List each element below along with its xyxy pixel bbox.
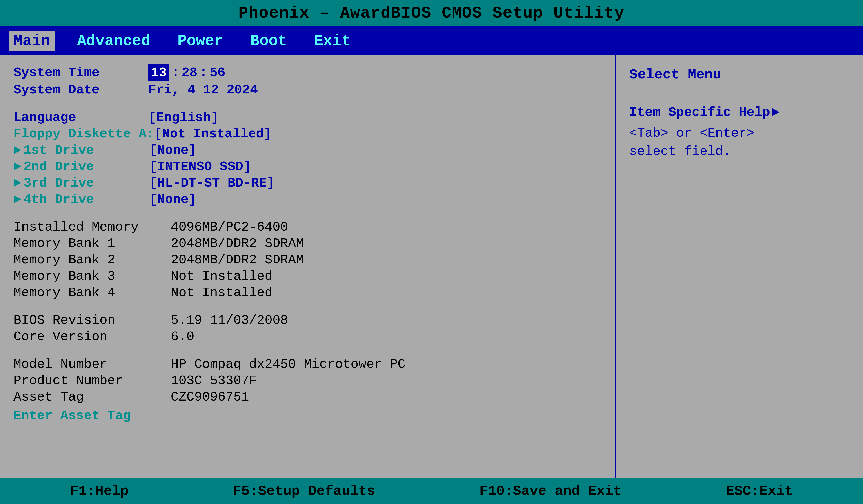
membank4-row: Memory Bank 4 Not Installed <box>13 285 601 300</box>
membank3-row: Memory Bank 3 Not Installed <box>13 269 601 284</box>
f1-help[interactable]: F1:Help <box>70 483 128 499</box>
nav-bar: Main Advanced Power Boot Exit <box>0 26 863 55</box>
f5-defaults[interactable]: F5:Setup Defaults <box>233 483 375 499</box>
time-sec: 56 <box>210 65 225 80</box>
installed-memory-value: 4096MB/PC2-6400 <box>171 220 288 234</box>
membank1-label: Memory Bank 1 <box>13 236 171 251</box>
nav-advanced[interactable]: Advanced <box>73 30 155 51</box>
left-panel: System Time 13 : 28 : 56 System Date Fri… <box>0 55 616 478</box>
core-ver-label: Core Version <box>13 329 171 344</box>
system-date-label: System Date <box>13 82 148 97</box>
help-arrow-icon: ► <box>772 105 780 120</box>
model-num-label: Model Number <box>13 357 171 372</box>
product-num-label: Product Number <box>13 373 171 388</box>
language-row: Language [English] <box>13 110 601 125</box>
drive2-row: ► 2nd Drive [INTENSO SSD] <box>13 159 601 174</box>
select-menu-title: Select Menu <box>629 67 850 82</box>
membank3-value: Not Installed <box>171 269 272 284</box>
drive1-row: ► 1st Drive [None] <box>13 143 601 158</box>
membank1-value: 2048MB/DDR2 SDRAM <box>171 236 304 251</box>
membank2-label: Memory Bank 2 <box>13 253 171 267</box>
bios-rev-label: BIOS Revision <box>13 313 171 327</box>
drive3-value[interactable]: [HL-DT-ST BD-RE] <box>149 176 275 190</box>
membank2-row: Memory Bank 2 2048MB/DDR2 SDRAM <box>13 253 601 267</box>
enter-asset-tag-label[interactable]: Enter Asset Tag <box>13 408 148 423</box>
drive2-arrow: ► <box>13 159 21 174</box>
nav-boot[interactable]: Boot <box>246 30 291 51</box>
title-text: Phoenix – AwardBIOS CMOS Setup Utility <box>238 4 625 23</box>
product-num-value: 103C_53307F <box>171 373 257 388</box>
drive1-label: 1st Drive <box>24 143 149 158</box>
nav-power[interactable]: Power <box>173 30 228 51</box>
drive3-row: ► 3rd Drive [HL-DT-ST BD-RE] <box>13 176 601 190</box>
asset-tag-row: Asset Tag CZC9096751 <box>13 390 601 404</box>
system-time-label: System Time <box>13 65 148 80</box>
drive1-arrow: ► <box>13 143 21 158</box>
item-specific-help-label: Item Specific Help ► <box>629 105 850 120</box>
nav-main[interactable]: Main <box>9 30 54 51</box>
language-value[interactable]: [English] <box>148 110 219 125</box>
model-num-row: Model Number HP Compaq dx2450 Microtower… <box>13 357 601 372</box>
floppy-label: Floppy Diskette A: <box>13 127 154 141</box>
model-num-value: HP Compaq dx2450 Microtower PC <box>171 357 405 372</box>
drive1-value[interactable]: [None] <box>149 143 197 158</box>
help-text: <Tab> or <Enter> select field. <box>629 124 850 160</box>
core-ver-value: 6.0 <box>171 329 194 344</box>
membank1-row: Memory Bank 1 2048MB/DDR2 SDRAM <box>13 236 601 251</box>
installed-memory-row: Installed Memory 4096MB/PC2-6400 <box>13 220 601 234</box>
membank4-label: Memory Bank 4 <box>13 285 171 300</box>
bios-rev-value: 5.19 11/03/2008 <box>171 313 288 327</box>
title-bar: Phoenix – AwardBIOS CMOS Setup Utility <box>0 0 863 26</box>
core-ver-row: Core Version 6.0 <box>13 329 601 344</box>
bios-rev-row: BIOS Revision 5.19 11/03/2008 <box>13 313 601 327</box>
floppy-value[interactable]: [Not Installed] <box>154 127 272 141</box>
drive2-label: 2nd Drive <box>24 159 149 174</box>
language-label: Language <box>13 110 148 125</box>
system-date-row: System Date Fri, 4 12 2024 <box>13 82 601 97</box>
asset-tag-value: CZC9096751 <box>171 390 249 404</box>
drive3-arrow: ► <box>13 176 21 190</box>
nav-exit[interactable]: Exit <box>310 30 355 51</box>
right-panel: Select Menu Item Specific Help ► <Tab> o… <box>616 55 863 478</box>
floppy-row: Floppy Diskette A: [Not Installed] <box>13 127 601 141</box>
system-time-row: System Time 13 : 28 : 56 <box>13 64 601 81</box>
membank4-value: Not Installed <box>171 285 272 300</box>
system-date-value[interactable]: Fri, 4 12 2024 <box>148 82 258 97</box>
installed-memory-label: Installed Memory <box>13 220 171 234</box>
time-min: 28 <box>182 65 197 80</box>
drive2-value[interactable]: [INTENSO SSD] <box>149 159 251 174</box>
bottom-bar: F1:Help F5:Setup Defaults F10:Save and E… <box>0 478 863 504</box>
drive4-label: 4th Drive <box>24 192 149 207</box>
drive4-value[interactable]: [None] <box>149 192 197 207</box>
esc-exit[interactable]: ESC:Exit <box>726 483 793 499</box>
f10-save[interactable]: F10:Save and Exit <box>479 483 622 499</box>
enter-asset-tag-row: Enter Asset Tag <box>13 408 601 423</box>
membank2-value: 2048MB/DDR2 SDRAM <box>171 253 304 267</box>
drive4-arrow: ► <box>13 192 21 207</box>
system-time-value[interactable]: 13 : 28 : 56 <box>148 64 225 81</box>
bios-screen: Phoenix – AwardBIOS CMOS Setup Utility M… <box>0 0 863 504</box>
drive4-row: ► 4th Drive [None] <box>13 192 601 207</box>
content-area: System Time 13 : 28 : 56 System Date Fri… <box>0 55 863 478</box>
drive3-label: 3rd Drive <box>24 176 149 190</box>
product-num-row: Product Number 103C_53307F <box>13 373 601 388</box>
asset-tag-label: Asset Tag <box>13 390 171 404</box>
time-hour[interactable]: 13 <box>148 64 170 81</box>
membank3-label: Memory Bank 3 <box>13 269 171 284</box>
